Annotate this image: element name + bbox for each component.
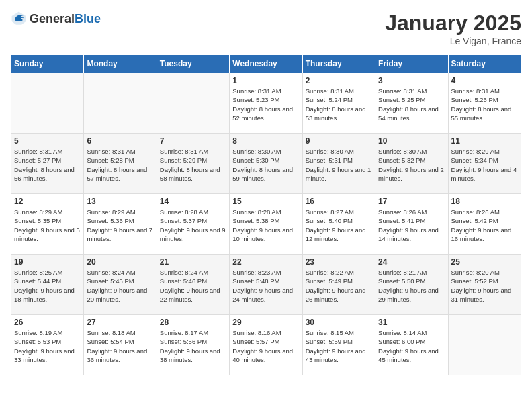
calendar-cell: 26Sunrise: 8:19 AM Sunset: 5:53 PM Dayli… — [11, 315, 84, 375]
calendar-cell: 22Sunrise: 8:23 AM Sunset: 5:48 PM Dayli… — [230, 255, 302, 315]
calendar-cell: 11Sunrise: 8:29 AM Sunset: 5:34 PM Dayli… — [448, 134, 521, 194]
day-number: 10 — [378, 136, 445, 146]
day-info: Sunrise: 8:24 AM Sunset: 5:45 PM Dayligh… — [87, 268, 153, 304]
day-number: 9 — [306, 136, 372, 146]
day-info: Sunrise: 8:15 AM Sunset: 5:59 PM Dayligh… — [306, 328, 372, 364]
calendar-cell: 25Sunrise: 8:20 AM Sunset: 5:52 PM Dayli… — [448, 255, 521, 315]
day-header: Wednesday — [230, 55, 302, 73]
calendar-cell: 6Sunrise: 8:31 AM Sunset: 5:28 PM Daylig… — [84, 134, 157, 194]
day-number: 4 — [451, 76, 518, 85]
calendar-cell: 24Sunrise: 8:21 AM Sunset: 5:50 PM Dayli… — [375, 255, 448, 315]
calendar-cell: 17Sunrise: 8:26 AM Sunset: 5:41 PM Dayli… — [375, 194, 448, 255]
day-info: Sunrise: 8:30 AM Sunset: 5:30 PM Dayligh… — [232, 147, 299, 183]
day-number: 25 — [451, 257, 518, 267]
calendar-cell: 4Sunrise: 8:31 AM Sunset: 5:26 PM Daylig… — [448, 73, 521, 134]
day-info: Sunrise: 8:21 AM Sunset: 5:50 PM Dayligh… — [378, 268, 445, 304]
calendar-cell — [157, 73, 229, 134]
day-number: 7 — [160, 136, 226, 146]
day-number: 26 — [14, 318, 81, 327]
day-number: 11 — [451, 136, 518, 146]
page-header: GeneralBlue January 2025 Le Vigan, Franc… — [11, 11, 521, 46]
calendar-cell: 12Sunrise: 8:29 AM Sunset: 5:35 PM Dayli… — [11, 194, 84, 255]
day-info: Sunrise: 8:22 AM Sunset: 5:49 PM Dayligh… — [306, 268, 372, 304]
day-info: Sunrise: 8:30 AM Sunset: 5:32 PM Dayligh… — [378, 147, 445, 183]
day-info: Sunrise: 8:31 AM Sunset: 5:24 PM Dayligh… — [306, 87, 372, 122]
day-info: Sunrise: 8:29 AM Sunset: 5:35 PM Dayligh… — [14, 208, 81, 243]
day-number: 14 — [160, 197, 226, 206]
day-header: Friday — [375, 55, 448, 73]
day-info: Sunrise: 8:29 AM Sunset: 5:34 PM Dayligh… — [451, 147, 518, 183]
day-info: Sunrise: 8:31 AM Sunset: 5:27 PM Dayligh… — [14, 147, 81, 183]
day-number: 28 — [160, 318, 226, 327]
calendar-cell: 29Sunrise: 8:16 AM Sunset: 5:57 PM Dayli… — [230, 315, 302, 375]
day-number: 8 — [232, 136, 299, 146]
day-info: Sunrise: 8:23 AM Sunset: 5:48 PM Dayligh… — [232, 268, 299, 304]
day-info: Sunrise: 8:26 AM Sunset: 5:41 PM Dayligh… — [378, 208, 445, 243]
calendar-week-row: 19Sunrise: 8:25 AM Sunset: 5:44 PM Dayli… — [11, 255, 521, 315]
calendar-cell: 20Sunrise: 8:24 AM Sunset: 5:45 PM Dayli… — [84, 255, 157, 315]
calendar-body: 1Sunrise: 8:31 AM Sunset: 5:23 PM Daylig… — [11, 73, 521, 375]
calendar-cell: 27Sunrise: 8:18 AM Sunset: 5:54 PM Dayli… — [84, 315, 157, 375]
day-info: Sunrise: 8:28 AM Sunset: 5:38 PM Dayligh… — [232, 208, 299, 243]
day-info: Sunrise: 8:18 AM Sunset: 5:54 PM Dayligh… — [87, 328, 153, 364]
day-info: Sunrise: 8:19 AM Sunset: 5:53 PM Dayligh… — [14, 328, 81, 364]
calendar-header-row: SundayMondayTuesdayWednesdayThursdayFrid… — [11, 55, 521, 73]
day-info: Sunrise: 8:31 AM Sunset: 5:25 PM Dayligh… — [378, 87, 445, 122]
day-number: 27 — [87, 318, 153, 327]
day-number: 2 — [306, 76, 372, 85]
calendar-cell: 14Sunrise: 8:28 AM Sunset: 5:37 PM Dayli… — [157, 194, 229, 255]
day-number: 12 — [14, 197, 81, 206]
calendar-cell: 23Sunrise: 8:22 AM Sunset: 5:49 PM Dayli… — [302, 255, 375, 315]
calendar-cell: 9Sunrise: 8:30 AM Sunset: 5:31 PM Daylig… — [302, 134, 375, 194]
day-number: 5 — [14, 136, 81, 146]
day-info: Sunrise: 8:17 AM Sunset: 5:56 PM Dayligh… — [160, 328, 226, 364]
day-header: Saturday — [448, 55, 521, 73]
calendar-cell — [84, 73, 157, 134]
calendar-cell: 10Sunrise: 8:30 AM Sunset: 5:32 PM Dayli… — [375, 134, 448, 194]
calendar-week-row: 1Sunrise: 8:31 AM Sunset: 5:23 PM Daylig… — [11, 73, 521, 134]
calendar-cell: 19Sunrise: 8:25 AM Sunset: 5:44 PM Dayli… — [11, 255, 84, 315]
calendar-cell: 21Sunrise: 8:24 AM Sunset: 5:46 PM Dayli… — [157, 255, 229, 315]
day-info: Sunrise: 8:31 AM Sunset: 5:26 PM Dayligh… — [451, 87, 518, 122]
day-number: 16 — [306, 197, 372, 206]
day-info: Sunrise: 8:27 AM Sunset: 5:40 PM Dayligh… — [306, 208, 372, 243]
day-number: 22 — [232, 257, 299, 267]
calendar-cell: 15Sunrise: 8:28 AM Sunset: 5:38 PM Dayli… — [230, 194, 302, 255]
calendar-week-row: 5Sunrise: 8:31 AM Sunset: 5:27 PM Daylig… — [11, 134, 521, 194]
calendar-title: January 2025 — [385, 11, 521, 36]
day-number: 29 — [232, 318, 299, 327]
day-number: 24 — [378, 257, 445, 267]
day-header: Monday — [84, 55, 157, 73]
calendar-week-row: 12Sunrise: 8:29 AM Sunset: 5:35 PM Dayli… — [11, 194, 521, 255]
calendar-week-row: 26Sunrise: 8:19 AM Sunset: 5:53 PM Dayli… — [11, 315, 521, 375]
day-number: 15 — [232, 197, 299, 206]
day-info: Sunrise: 8:31 AM Sunset: 5:28 PM Dayligh… — [87, 147, 153, 183]
day-header: Thursday — [302, 55, 375, 73]
day-number: 30 — [306, 318, 372, 327]
logo-blue-text: Blue — [75, 12, 101, 26]
day-number: 18 — [451, 197, 518, 206]
day-info: Sunrise: 8:30 AM Sunset: 5:31 PM Dayligh… — [306, 147, 372, 183]
day-info: Sunrise: 8:20 AM Sunset: 5:52 PM Dayligh… — [451, 268, 518, 304]
day-number: 6 — [87, 136, 153, 146]
day-info: Sunrise: 8:24 AM Sunset: 5:46 PM Dayligh… — [160, 268, 226, 304]
calendar-cell: 18Sunrise: 8:26 AM Sunset: 5:42 PM Dayli… — [448, 194, 521, 255]
calendar-cell: 5Sunrise: 8:31 AM Sunset: 5:27 PM Daylig… — [11, 134, 84, 194]
day-number: 20 — [87, 257, 153, 267]
calendar-cell: 7Sunrise: 8:31 AM Sunset: 5:29 PM Daylig… — [157, 134, 229, 194]
calendar-cell — [11, 73, 84, 134]
day-number: 23 — [306, 257, 372, 267]
day-number: 3 — [378, 76, 445, 85]
day-number: 19 — [14, 257, 81, 267]
day-info: Sunrise: 8:26 AM Sunset: 5:42 PM Dayligh… — [451, 208, 518, 243]
day-info: Sunrise: 8:25 AM Sunset: 5:44 PM Dayligh… — [14, 268, 81, 304]
day-info: Sunrise: 8:31 AM Sunset: 5:23 PM Dayligh… — [232, 87, 299, 122]
day-info: Sunrise: 8:16 AM Sunset: 5:57 PM Dayligh… — [232, 328, 299, 364]
calendar-cell: 8Sunrise: 8:30 AM Sunset: 5:30 PM Daylig… — [230, 134, 302, 194]
calendar-cell: 3Sunrise: 8:31 AM Sunset: 5:25 PM Daylig… — [375, 73, 448, 134]
calendar-table: SundayMondayTuesdayWednesdayThursdayFrid… — [11, 54, 521, 375]
calendar-cell: 30Sunrise: 8:15 AM Sunset: 5:59 PM Dayli… — [302, 315, 375, 375]
day-number: 21 — [160, 257, 226, 267]
calendar-cell: 28Sunrise: 8:17 AM Sunset: 5:56 PM Dayli… — [157, 315, 229, 375]
day-info: Sunrise: 8:29 AM Sunset: 5:36 PM Dayligh… — [87, 208, 153, 243]
